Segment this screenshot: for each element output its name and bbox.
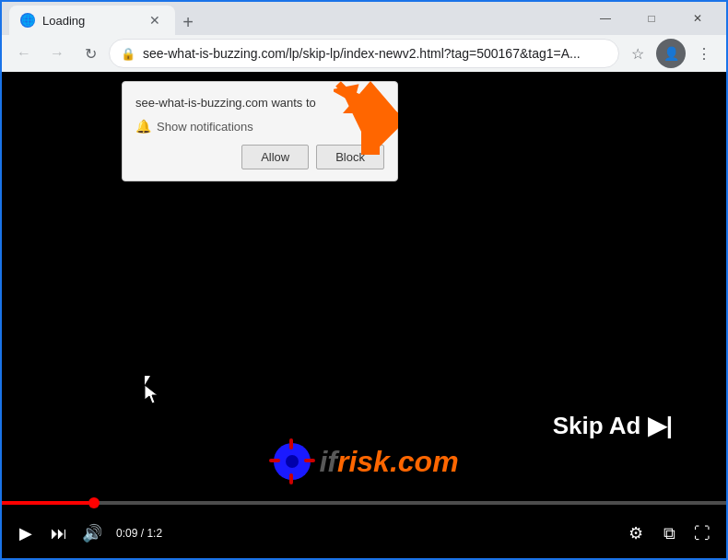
miniplayer-button[interactable]: ⧉	[656, 520, 682, 546]
tab-close-button[interactable]: ✕	[146, 11, 164, 29]
play-button[interactable]: ▶	[13, 520, 39, 546]
watermark-logo: if risk.com	[269, 438, 458, 484]
mouse-cursor	[145, 376, 163, 407]
reload-button[interactable]: ↻	[76, 39, 105, 68]
time-total: 1:2	[147, 527, 162, 540]
bell-icon: 🔔	[135, 119, 151, 134]
progress-bar[interactable]	[2, 501, 726, 505]
video-controls: ▶ ⏭ 🔊 0:09 / 1:2 ⚙ ⧉ ⛶	[2, 508, 726, 558]
back-button[interactable]: ←	[9, 39, 39, 68]
close-button[interactable]: ✕	[676, 6, 719, 31]
forward-button[interactable]: →	[42, 39, 72, 68]
page-content: see-what-is-buzzing.com wants to × 🔔 Sho…	[2, 72, 726, 558]
popup-title: see-what-is-buzzing.com wants to	[135, 96, 316, 110]
video-bar: ▶ ⏭ 🔊 0:09 / 1:2 ⚙ ⧉ ⛶	[2, 494, 726, 558]
maximize-button[interactable]: □	[630, 6, 673, 31]
right-controls: ⚙ ⧉ ⛶	[623, 520, 715, 546]
watermark-risk: risk.com	[337, 445, 459, 479]
time-display: 0:09 / 1:2	[116, 527, 162, 540]
profile-button[interactable]: 👤	[656, 39, 686, 68]
browser-window: Loading ✕ + — □ ✕ ← → ↻ 🔒 see-what-is-bu…	[0, 0, 728, 560]
svg-marker-2	[343, 81, 398, 155]
skip-ad-label: Skip Ad ▶|	[553, 412, 673, 440]
window-controls: — □ ✕	[584, 6, 719, 31]
volume-button[interactable]: 🔊	[79, 520, 105, 546]
title-bar: Loading ✕ + — □ ✕	[2, 2, 726, 35]
skip-ad-button[interactable]: Skip Ad ▶|	[527, 395, 699, 457]
time-current: 0:09	[116, 527, 137, 540]
tab-favicon	[20, 13, 35, 28]
settings-button[interactable]: ⚙	[623, 520, 649, 546]
bookmark-button[interactable]: ☆	[623, 39, 652, 68]
menu-button[interactable]: ⋮	[689, 39, 719, 68]
fullscreen-button[interactable]: ⛶	[689, 520, 715, 546]
new-tab-button[interactable]: +	[175, 9, 201, 35]
active-tab[interactable]: Loading ✕	[9, 6, 175, 35]
watermark-prefix: if	[319, 445, 337, 479]
show-notifications-label: Show notifications	[157, 120, 253, 134]
minimize-button[interactable]: —	[584, 6, 627, 31]
progress-fill	[2, 501, 88, 505]
svg-marker-3	[145, 385, 158, 403]
allow-button[interactable]: Allow	[241, 145, 309, 169]
lock-icon: 🔒	[121, 47, 135, 61]
url-text: see-what-is-buzzing.com/lp/skip-lp/index…	[143, 46, 607, 61]
address-bar: ← → ↻ 🔒 see-what-is-buzzing.com/lp/skip-…	[2, 35, 726, 72]
tab-strip: Loading ✕ +	[9, 2, 577, 35]
next-button[interactable]: ⏭	[46, 520, 72, 546]
tab-title: Loading	[42, 14, 138, 28]
orange-arrow	[315, 76, 398, 163]
address-input[interactable]: 🔒 see-what-is-buzzing.com/lp/skip-lp/ind…	[109, 39, 619, 68]
progress-dot	[88, 497, 100, 508]
